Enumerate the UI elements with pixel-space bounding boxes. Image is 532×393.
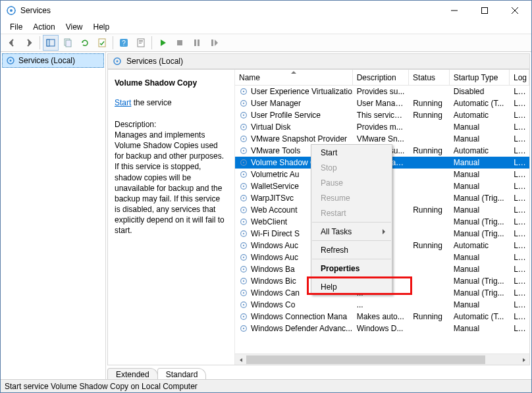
svg-point-25 — [243, 103, 244, 104]
service-logon: Loc — [510, 111, 529, 120]
start-service-button[interactable] — [155, 35, 171, 51]
service-row[interactable]: Virtual DiskProvides m...ManualLoc — [235, 121, 529, 133]
gear-icon — [239, 194, 248, 203]
menu-file[interactable]: File — [5, 21, 28, 33]
service-description: VMware Sn... — [353, 134, 409, 144]
service-description: Provides m... — [353, 122, 409, 132]
tree-node-services-local[interactable]: Services (Local) — [2, 53, 104, 68]
forward-button[interactable] — [21, 35, 37, 51]
service-name: User Experience Virtualizatio... — [251, 87, 353, 96]
svg-rect-13 — [139, 43, 142, 43]
help-button[interactable]: ? — [116, 35, 132, 51]
gear-icon — [239, 111, 248, 120]
close-button[interactable] — [500, 1, 530, 20]
gear-icon — [239, 324, 248, 333]
gear-icon — [5, 55, 16, 66]
pane-header-title: Services (Local) — [126, 57, 183, 66]
separator — [40, 36, 40, 49]
service-row[interactable]: Windows Co...ManualLoc — [235, 299, 529, 311]
stop-service-button[interactable] — [172, 35, 188, 51]
col-startup-type[interactable]: Startup Type — [450, 70, 510, 85]
svg-point-37 — [243, 174, 244, 175]
pause-service-button[interactable] — [189, 35, 205, 51]
svg-point-53 — [243, 269, 244, 270]
svg-point-39 — [243, 186, 244, 187]
ctx-start[interactable]: Start — [311, 145, 392, 160]
service-startup: Manual (Trig... — [450, 229, 510, 238]
minimize-button[interactable] — [439, 1, 469, 20]
svg-point-63 — [243, 328, 244, 329]
export-list-button[interactable] — [60, 35, 76, 51]
service-logon: Loc — [510, 265, 529, 274]
svg-rect-11 — [139, 40, 143, 41]
service-row[interactable]: User Experience Virtualizatio...Provides… — [235, 86, 529, 97]
service-name: Windows Ba — [251, 265, 295, 274]
svg-point-29 — [243, 126, 244, 128]
tab-extended[interactable]: Extended — [107, 368, 158, 379]
service-logon: Loc — [510, 122, 529, 132]
service-startup: Automatic (T... — [450, 312, 510, 321]
menu-help[interactable]: Help — [88, 21, 115, 33]
svg-point-27 — [243, 115, 244, 116]
detail-pane: Volume Shadow Copy Start the service Des… — [108, 70, 234, 365]
svg-rect-17 — [211, 39, 213, 46]
service-logon: Loc — [510, 300, 529, 309]
service-row[interactable]: Windows Defender Advanc...Windows D...Ma… — [235, 323, 529, 334]
gear-icon — [239, 217, 248, 226]
service-startup: Automatic — [450, 241, 510, 250]
refresh-button[interactable] — [77, 35, 93, 51]
scroll-thumb[interactable] — [246, 355, 485, 364]
back-button[interactable] — [4, 35, 20, 51]
ctx-help[interactable]: Help — [311, 279, 392, 294]
service-row[interactable]: User ManagerUser Manag...RunningAutomati… — [235, 97, 529, 109]
col-description[interactable]: Description — [353, 70, 409, 85]
start-service-link[interactable]: Start — [115, 98, 131, 107]
svg-point-21 — [117, 61, 119, 63]
col-logon[interactable]: Log — [510, 70, 529, 85]
col-status[interactable]: Status — [409, 70, 450, 85]
tree-node-label: Services (Local) — [18, 56, 75, 65]
service-row[interactable]: User Profile ServiceThis service ...Runn… — [235, 109, 529, 121]
gear-icon — [239, 134, 248, 144]
maximize-button[interactable] — [469, 1, 500, 20]
gear-icon — [239, 241, 248, 250]
menu-action[interactable]: Action — [28, 21, 60, 33]
service-name: VMware Tools — [251, 146, 300, 155]
service-row[interactable]: VMware Snapshot ProviderVMware Sn...Manu… — [235, 133, 529, 145]
svg-point-57 — [243, 292, 244, 294]
menu-bar: File Action View Help — [1, 20, 531, 34]
separator — [151, 36, 152, 49]
service-startup: Automatic — [450, 111, 510, 120]
col-name[interactable]: Name — [235, 70, 353, 85]
tab-standard[interactable]: Standard — [157, 368, 207, 379]
scroll-right-button[interactable] — [518, 354, 529, 365]
svg-point-19 — [10, 60, 12, 62]
gear-icon — [239, 146, 248, 155]
horizontal-scrollbar[interactable] — [235, 354, 529, 365]
service-name: Volumetric Au — [251, 170, 299, 179]
scroll-left-button[interactable] — [235, 354, 246, 365]
service-status: Running — [409, 241, 450, 250]
gear-icon — [239, 182, 248, 191]
ctx-properties[interactable]: Properties — [311, 261, 392, 276]
properties-page-button[interactable] — [133, 35, 149, 51]
service-startup: Manual — [450, 134, 510, 144]
service-status: Running — [409, 146, 450, 155]
svg-point-51 — [243, 257, 244, 258]
ctx-all-tasks[interactable]: All Tasks — [311, 224, 392, 239]
ctx-refresh[interactable]: Refresh — [311, 242, 392, 257]
properties-toolbar-button[interactable] — [94, 35, 110, 51]
service-logon: Loc — [510, 194, 529, 203]
svg-point-55 — [243, 280, 244, 282]
gear-icon — [239, 300, 248, 309]
restart-service-button[interactable] — [206, 35, 222, 51]
svg-point-23 — [243, 91, 244, 92]
svg-point-1 — [10, 9, 13, 12]
status-text: Start service Volume Shadow Copy on Loca… — [5, 382, 198, 391]
service-status: Running — [409, 205, 450, 215]
service-list: Name Description Status Startup Type Log… — [234, 70, 529, 365]
service-row[interactable]: Windows Connection ManaMakes auto...Runn… — [235, 311, 529, 323]
gear-icon — [239, 205, 248, 215]
show-hide-tree-button[interactable] — [43, 35, 59, 51]
menu-view[interactable]: View — [61, 21, 88, 33]
